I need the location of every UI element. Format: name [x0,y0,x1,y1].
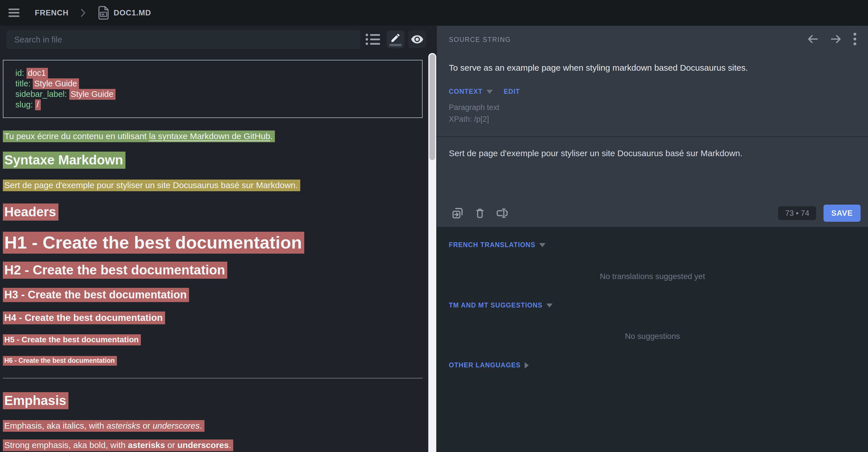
breadcrumb-project[interactable]: FRENCH [35,8,69,18]
arrow-left-icon [806,33,819,45]
suggestions-section: FRENCH TRANSLATIONS No translations sugg… [437,227,868,452]
string-highlight[interactable]: Style Guide [69,89,116,100]
svg-text:M↓: M↓ [101,13,105,16]
doc-text: . [270,131,273,141]
kebab-menu-icon [853,32,857,45]
clear-translation-button[interactable] [496,206,509,220]
doc-text: Emphasis, aka italics, with [4,421,106,430]
document-scrollbar[interactable] [428,53,436,452]
list-view-icon [365,33,380,45]
french-translations-empty-state: No translations suggested yet [437,272,868,281]
doc-text: . [229,440,231,450]
string-highlight[interactable]: Style Guide [33,78,79,89]
doc-divider [3,378,423,379]
french-translations-label: FRENCH TRANSLATIONS [449,241,535,249]
string-highlight-translated[interactable]: Tu peux écrire du contenu en utilisant l… [3,131,275,142]
doc-heading-3: H3 - Create the best documentation [3,287,423,302]
delete-translation-button[interactable] [473,206,487,220]
context-toggle[interactable]: CONTEXT [449,88,493,95]
frontmatter-line: sidebar_label: Style Guide [16,89,416,99]
frontmatter-key: sidebar_label: [16,90,67,99]
trash-icon [474,206,486,220]
search-input[interactable] [6,30,361,49]
translation-panel: SOURCE STRING To se [437,26,868,452]
doc-paragraph: Strong emphasis, aka bold, with asterisk… [3,439,423,451]
context-xpath: XPath: /p[2] [449,115,489,124]
string-navigation [806,32,857,45]
chevron-down-icon [539,243,546,247]
doc-text: or [165,440,177,450]
string-highlight[interactable]: H5 - Create the best documentation [3,334,141,346]
string-highlight[interactable]: / [35,99,41,110]
frontmatter-key: slug: [16,100,33,109]
tm-suggestions-empty-state: No suggestions [437,332,868,341]
edit-active-underline [390,44,402,46]
doc-heading-1: H1 - Create the best documentation [3,231,423,254]
string-highlight[interactable]: Headers [3,203,58,221]
string-highlight[interactable]: Emphasis, aka italics, with asterisks or… [3,420,205,432]
edit-context-button[interactable]: EDIT [503,88,520,95]
translation-input[interactable]: Sert de page d'exemple pour styliser un … [449,148,851,159]
chevron-down-icon [546,303,553,308]
tm-mt-suggestions-toggle[interactable]: TM AND MT SUGGESTIONS [449,301,553,309]
edit-mode-button[interactable] [387,31,404,48]
doc-paragraph: Sert de page d'exemple pour styliser un … [3,179,423,192]
tm-mt-suggestions-label: TM AND MT SUGGESTIONS [449,301,542,309]
string-highlight[interactable]: H4 - Create the best documentation [3,312,165,324]
copy-source-button[interactable] [451,206,464,220]
frontmatter-key: id: [16,68,24,77]
document-preview: id: doc1 title: Style Guide sidebar_labe… [3,58,423,451]
pencil-icon [390,32,401,43]
active-string-highlight[interactable]: Sert de page d'exemple pour styliser un … [3,180,300,191]
string-highlight[interactable]: H3 - Create the best documentation [3,288,189,302]
doc-text: Tu peux écrire du contenu en utilisant [4,131,149,141]
doc-link[interactable]: la syntaxe Markdown de GitHub [149,131,270,141]
scrollbar-thumb[interactable] [429,54,435,160]
doc-text: . [199,421,202,430]
section-divider [437,136,868,137]
more-options-button[interactable] [853,32,857,45]
translation-action-bar: 73 • 74 SAVE [437,199,868,227]
doc-heading-2: H2 - Create the best documentation [3,261,423,279]
hamburger-icon [8,8,20,17]
doc-paragraph: Emphasis, aka italics, with asterisks or… [3,420,423,432]
doc-bold-text: asterisks [128,440,165,450]
doc-heading-2: Headers [3,203,423,221]
context-row: CONTEXT EDIT [449,88,520,95]
strings-list-button[interactable] [365,32,380,46]
doc-heading-2: Syntaxe Markdown [3,151,423,169]
breadcrumb-chevron-icon [80,8,86,18]
other-languages-toggle[interactable]: OTHER LANGUAGES [449,361,529,369]
menu-button[interactable] [8,8,20,17]
context-type: Paragraph text [449,103,499,112]
char-counter: 73 • 74 [778,206,816,220]
top-bar: FRENCH M↓ DOC1.MD [0,0,868,26]
save-button[interactable]: SAVE [824,205,861,222]
chevron-right-icon [525,362,529,368]
string-highlight[interactable]: H1 - Create the best documentation [3,232,304,254]
next-string-button[interactable] [830,33,842,45]
doc-paragraph: Tu peux écrire du contenu en utilisant l… [3,130,423,142]
preview-mode-button[interactable] [408,31,426,48]
source-string-label: SOURCE STRING [449,36,511,43]
string-highlight[interactable]: H6 - Create the best documentation [3,356,117,366]
copy-source-icon [451,206,464,220]
string-highlight[interactable]: Emphasis [3,392,68,409]
string-highlight[interactable]: Strong emphasis, aka bold, with asterisk… [3,440,233,451]
string-highlight-translated[interactable]: Syntaxe Markdown [3,152,125,169]
string-highlight[interactable]: doc1 [27,68,48,79]
markdown-file-icon: M↓ [98,6,109,20]
doc-heading-6: H6 - Create the best documentation [3,356,423,365]
doc-text: Strong emphasis, aka bold, with [4,440,128,450]
doc-italic-text: underscores [153,421,199,430]
frontmatter-block: id: doc1 title: Style Guide sidebar_labe… [3,60,423,118]
frontmatter-line: id: doc1 [16,68,416,78]
frontmatter-key: title: [16,79,31,88]
french-translations-toggle[interactable]: FRENCH TRANSLATIONS [449,241,546,249]
doc-heading-4: H4 - Create the best documentation [3,311,423,324]
doc-bold-text: underscores [177,440,229,450]
doc-heading-2: Emphasis [3,392,423,409]
previous-string-button[interactable] [806,33,819,45]
string-highlight[interactable]: H2 - Create the best documentation [3,262,227,279]
text-cursor-field-icon [496,206,509,220]
